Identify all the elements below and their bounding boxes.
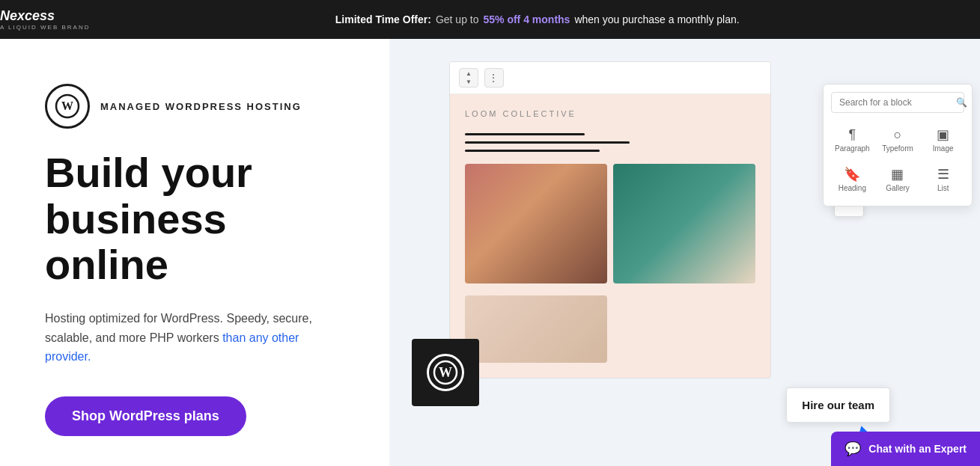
nav-arrows-button[interactable]: ▲ ▼ <box>459 68 478 88</box>
content-line-2 <box>465 141 630 144</box>
editor-content-area: LOOM COLLECTIVE <box>450 94 770 378</box>
block-item-image[interactable]: ▣ Image <box>922 122 964 159</box>
wp-editor-mockup: ▲ ▼ ⋮ LOOM COLLECTIVE <box>412 61 980 466</box>
block-item-list[interactable]: ☰ List <box>922 162 964 198</box>
chat-label: Chat with an Expert <box>868 443 967 455</box>
block-search-row[interactable]: 🔍 <box>831 92 964 113</box>
list-icon: ☰ <box>937 168 949 181</box>
block-item-gallery[interactable]: ▦ Gallery <box>877 162 919 198</box>
headline-line1: Build your <box>45 149 252 196</box>
content-line-3 <box>465 150 600 152</box>
down-arrow-icon: ▼ <box>466 79 472 85</box>
main-headline: Build your business online <box>45 150 352 288</box>
up-arrow-icon: ▲ <box>466 70 472 77</box>
hire-team-label: Hire our team <box>802 399 874 411</box>
headline-line2: business online <box>45 195 227 289</box>
top-banner: Nexcess A LIQUID WEB BRAND Limited Time … <box>0 0 980 39</box>
paragraph-icon: ¶ <box>848 128 856 141</box>
content-line-1 <box>465 133 585 135</box>
offer-text: Get up to <box>436 13 479 25</box>
wp-label-row: W MANAGED WORDPRESS HOSTING <box>45 84 352 129</box>
managed-wp-label: MANAGED WORDPRESS HOSTING <box>100 101 302 112</box>
nexcess-sub-banner: A LIQUID WEB BRAND <box>0 24 90 31</box>
typeform-icon: ○ <box>894 128 902 141</box>
chat-icon: 💬 <box>844 441 861 457</box>
paragraph-label: Paragraph <box>835 144 870 153</box>
heading-icon: 🔖 <box>844 168 860 181</box>
right-column: ▲ ▼ ⋮ LOOM COLLECTIVE <box>389 39 980 466</box>
search-icon: 🔍 <box>956 97 967 108</box>
wp-white-logo-icon: W <box>427 354 464 391</box>
block-grid: ¶ Paragraph ○ Typeform ▣ Image 🔖 Heading <box>831 122 964 198</box>
shop-wp-plans-button[interactable]: Shop WordPress plans <box>45 396 246 436</box>
offer-rest: when you purchase a monthly plan. <box>574 13 739 25</box>
image-icon: ▣ <box>937 128 949 141</box>
main-area: W MANAGED WORDPRESS HOSTING Build your b… <box>0 39 980 466</box>
image-left <box>465 164 607 283</box>
gallery-icon: ▦ <box>891 168 904 181</box>
image-right <box>613 164 755 283</box>
chat-widget-button[interactable]: 💬 Chat with an Expert <box>831 432 980 466</box>
wp-black-logo-box: W <box>412 339 479 406</box>
editor-header: ▲ ▼ ⋮ <box>450 62 770 94</box>
block-search-input[interactable] <box>839 97 952 108</box>
typeform-label: Typeform <box>882 144 913 153</box>
block-item-typeform[interactable]: ○ Typeform <box>877 122 919 159</box>
block-search-panel: 🔍 ¶ Paragraph ○ Typeform ▣ Image <box>823 84 973 206</box>
gallery-label: Gallery <box>886 184 910 192</box>
site-label: LOOM COLLECTIVE <box>465 109 755 118</box>
content-lines <box>465 133 755 152</box>
list-label: List <box>937 184 949 192</box>
hero-description: Hosting optimized for WordPress. Speedy,… <box>45 309 329 367</box>
left-column: W MANAGED WORDPRESS HOSTING Build your b… <box>0 39 389 466</box>
offer-label: Limited Time Offer: <box>335 13 431 25</box>
image-bottom <box>465 295 607 363</box>
editor-window: ▲ ▼ ⋮ LOOM COLLECTIVE <box>449 61 771 378</box>
hire-team-box[interactable]: Hire our team <box>786 387 890 423</box>
heading-label: Heading <box>839 184 866 192</box>
offer-highlight: 55% off 4 months <box>484 13 570 25</box>
block-item-paragraph[interactable]: ¶ Paragraph <box>831 122 874 159</box>
image-label: Image <box>933 144 954 153</box>
more-options-button[interactable]: ⋮ <box>484 68 504 88</box>
wordpress-circle-icon: W <box>45 84 90 129</box>
nexcess-logo-text: Nexcess <box>0 8 55 23</box>
svg-text:W: W <box>439 365 452 380</box>
svg-text:W: W <box>61 99 73 112</box>
nexcess-logo-banner: Nexcess A LIQUID WEB BRAND <box>0 8 90 31</box>
image-grid <box>465 164 755 363</box>
block-item-heading[interactable]: 🔖 Heading <box>831 162 874 198</box>
